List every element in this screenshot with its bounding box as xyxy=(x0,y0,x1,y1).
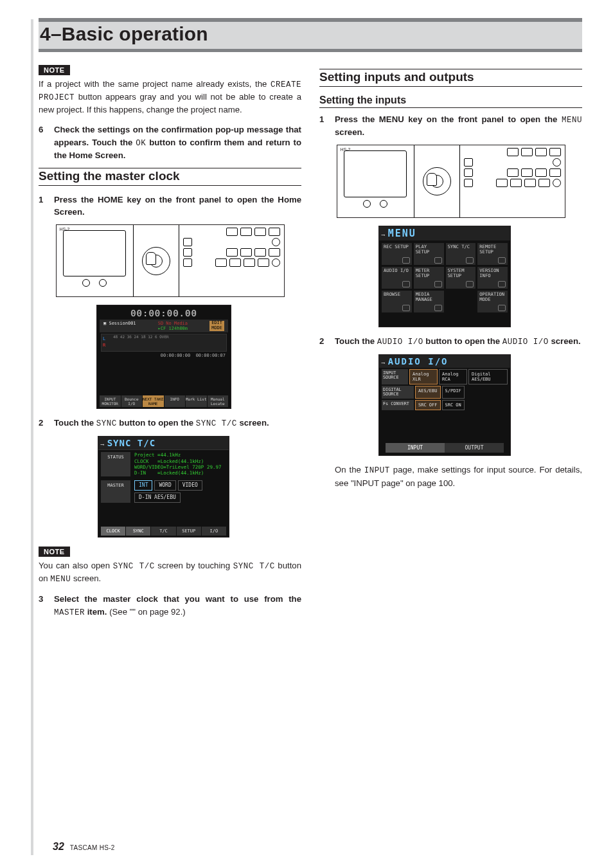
mc-step-1: 1 Press the HOME key on the front panel … xyxy=(39,194,301,218)
left-column: NOTE If a project with the same project … xyxy=(39,64,301,625)
note-project-exists: If a project with the same project name … xyxy=(39,78,301,116)
footer-model: TASCAM HS-2 xyxy=(70,844,115,851)
input-page-note: On the INPUT page, make settings for inp… xyxy=(335,464,582,489)
chapter-title: 4–Basic operation xyxy=(39,23,582,45)
mc-step-2: 2 Touch the SYNC button to open the SYNC… xyxy=(39,417,301,429)
figure-menu-screen: ⟶ MENU REC SETUP PLAY SETUP SYNC T/C REM… xyxy=(378,226,511,327)
step-6: 6 Check the settings on the confirmation… xyxy=(39,123,301,161)
figure-front-panel-menu: HS-2 xyxy=(337,145,565,218)
figure-sync-tc-screen: ⟶ SYNC T/C STATUSProject =44.1kHz CLOCK … xyxy=(98,436,229,538)
section-io: Setting inputs and outputs xyxy=(319,69,582,87)
page-footer: 32 TASCAM HS-2 xyxy=(53,841,115,853)
figure-audio-io-screen: ⟶ AUDIO I/O INPUT SOURCEAnalog XLRAnalog… xyxy=(378,354,511,456)
chapter-heading: 4–Basic operation xyxy=(39,18,582,52)
hand-icon xyxy=(427,173,437,186)
subsection-inputs: Setting the inputs xyxy=(319,95,582,108)
in-step-2: 2 Touch the AUDIO I/O button to open the… xyxy=(319,335,582,348)
right-column: Setting inputs and outputs Setting the i… xyxy=(319,64,582,625)
page-spine xyxy=(31,19,33,855)
ok-button-label: OK xyxy=(136,139,146,148)
note-label-2: NOTE xyxy=(39,547,70,557)
note-sync-tc-open: You can also open SYNC T/C screen by tou… xyxy=(39,559,301,585)
page-number: 32 xyxy=(53,841,64,852)
section-master-clock: Setting the master clock xyxy=(39,168,301,186)
note-label: NOTE xyxy=(39,65,70,75)
mc-step-3: 3 Select the master clock that you want … xyxy=(39,593,301,618)
figure-home-screen: 00:00:00.00 ▣ Session001SD No Media▸CF 1… xyxy=(96,305,231,409)
hand-icon xyxy=(146,252,156,265)
figure-front-panel-home: HS-2 xyxy=(56,224,285,297)
in-step-1: 1 Press the MENU key on the front panel … xyxy=(319,113,582,138)
